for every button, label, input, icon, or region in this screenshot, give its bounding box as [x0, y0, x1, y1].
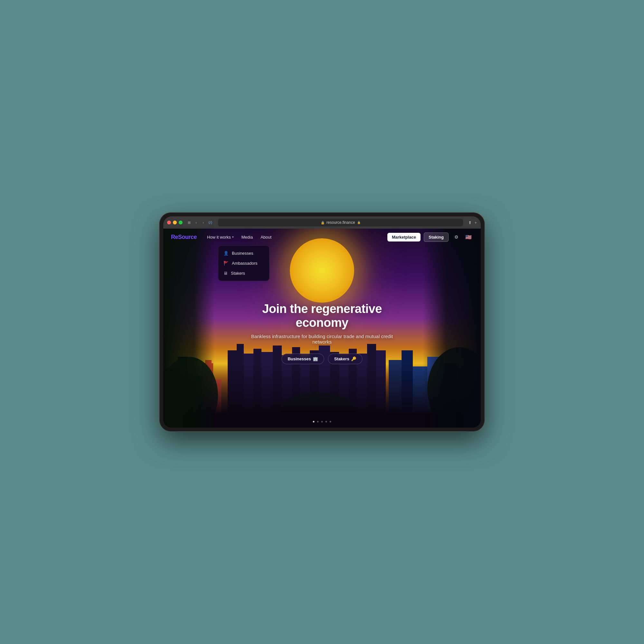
minimize-button[interactable] — [173, 221, 177, 224]
settings-icon[interactable]: ⚙ — [452, 232, 461, 241]
dropdown-stakers[interactable]: 🖥 Stakers — [218, 268, 269, 278]
hero-buttons: Businesses 🏢 Stakers 🔑 — [243, 354, 402, 364]
logo-source: Source — [178, 234, 197, 240]
stakers-cta-icon: 🔑 — [351, 356, 356, 361]
secure-icon: 🔒 — [321, 221, 325, 224]
businesses-icon: 👤 — [223, 251, 229, 256]
traffic-lights — [167, 221, 183, 224]
dark-overlay — [163, 363, 481, 428]
dot-5[interactable] — [330, 421, 331, 422]
cta-businesses-button[interactable]: Businesses 🏢 — [281, 354, 324, 364]
website-content: ReSource How it works ▾ Media About Mark — [163, 229, 481, 428]
ambassadors-icon: 🚩 — [223, 261, 229, 266]
browser-toolbar: ⊞ ‹ › ⟨/⟩ 🔒 resource.finance 🔒 ⬆ + — [163, 216, 481, 229]
nav-how-it-works[interactable]: How it works ▾ — [207, 235, 234, 240]
device-frame: ⊞ ‹ › ⟨/⟩ 🔒 resource.finance 🔒 ⬆ + — [159, 213, 485, 431]
toolbar-nav-icons: ⊞ ‹ › ⟨/⟩ — [186, 220, 213, 225]
dot-2[interactable] — [317, 421, 319, 422]
slide-indicators — [313, 421, 331, 422]
site-logo[interactable]: ReSource — [171, 234, 197, 241]
stakers-icon: 🖥 — [223, 271, 228, 276]
businesses-cta-icon: 🏢 — [313, 356, 318, 361]
devtools-icon[interactable]: ⟨/⟩ — [208, 220, 213, 225]
forward-icon[interactable]: › — [201, 220, 206, 225]
dot-3[interactable] — [321, 421, 323, 422]
marketplace-button[interactable]: Marketplace — [387, 233, 421, 241]
back-icon[interactable]: ‹ — [194, 220, 199, 225]
nav-media[interactable]: Media — [241, 235, 253, 240]
language-flag-icon[interactable]: 🇺🇸 — [464, 232, 473, 241]
toolbar-right-actions: ⬆ + — [468, 220, 477, 225]
hero-title: Join the regenerative economy — [243, 302, 402, 330]
dot-4[interactable] — [326, 421, 327, 422]
cta-stakers-button[interactable]: Stakers 🔑 — [328, 354, 363, 364]
nav-right-actions: Marketplace Staking ⚙ 🇺🇸 — [387, 232, 473, 242]
url-text: resource.finance — [327, 220, 355, 225]
address-bar[interactable]: 🔒 resource.finance 🔒 — [218, 219, 463, 226]
ssl-indicator: 🔒 — [357, 221, 361, 224]
dropdown-businesses[interactable]: 👤 Businesses — [218, 248, 269, 258]
hero-content: Join the regenerative economy Bankless i… — [243, 302, 402, 364]
close-button[interactable] — [167, 221, 171, 224]
maximize-button[interactable] — [179, 221, 183, 224]
dropdown-ambassadors[interactable]: 🚩 Ambassadors — [218, 258, 269, 268]
share-icon[interactable]: ⬆ — [468, 220, 472, 225]
nav-links: How it works ▾ Media About — [207, 235, 387, 240]
how-it-works-dropdown: 👤 Businesses 🚩 Ambassadors 🖥 Stakers — [218, 245, 270, 281]
new-tab-icon[interactable]: + — [474, 220, 477, 225]
nav-about[interactable]: About — [260, 235, 271, 240]
logo-re: Re — [171, 234, 178, 240]
navbar: ReSource How it works ▾ Media About Mark — [163, 229, 481, 245]
dot-1[interactable] — [313, 421, 315, 422]
sun-graphic — [290, 238, 354, 303]
hero-subtitle: Bankless infrastructure for building cir… — [243, 334, 402, 345]
staking-button[interactable]: Staking — [424, 232, 449, 242]
chevron-down-icon: ▾ — [232, 235, 234, 239]
browser-window: ⊞ ‹ › ⟨/⟩ 🔒 resource.finance 🔒 ⬆ + — [163, 216, 481, 428]
sidebar-icon[interactable]: ⊞ — [186, 220, 192, 225]
